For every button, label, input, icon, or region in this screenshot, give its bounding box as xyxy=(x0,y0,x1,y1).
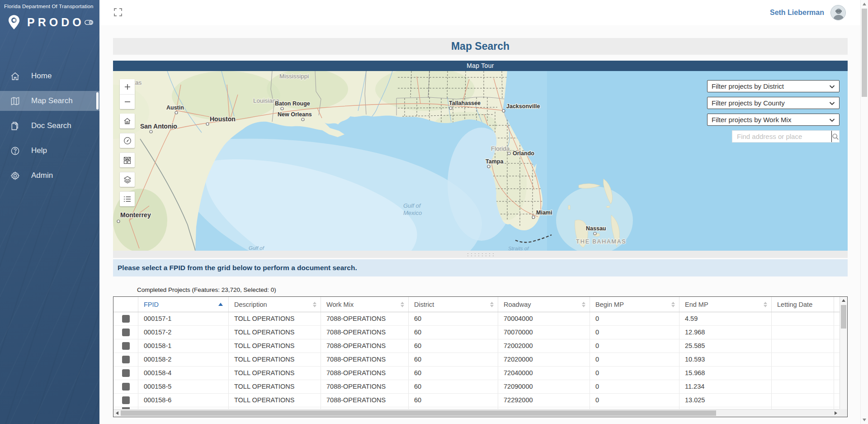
scroll-right-arrow-icon[interactable] xyxy=(835,411,837,415)
column-header-work-mix[interactable]: Work Mix xyxy=(321,297,409,312)
cell-description: TOLL OPERATIONS xyxy=(229,326,321,339)
city-marker xyxy=(532,216,535,219)
cell-roadway: 70004000 xyxy=(498,312,590,325)
row-checkbox[interactable] xyxy=(122,315,130,323)
grid-vertical-scrollbar[interactable] xyxy=(840,297,847,409)
map-resize-handle[interactable] xyxy=(113,251,848,258)
page-scroll-up-icon[interactable] xyxy=(863,3,866,5)
page-scroll-down-icon[interactable] xyxy=(863,419,866,421)
zoom-out-button[interactable] xyxy=(120,94,135,109)
checkbox-cell xyxy=(113,394,138,407)
map-label: Tampa xyxy=(486,158,504,165)
cell-district: 60 xyxy=(409,312,498,325)
table-row[interactable]: 000157-1TOLL OPERATIONS7088-OPERATIONS60… xyxy=(113,312,847,326)
document-icon xyxy=(10,121,20,131)
search-button[interactable] xyxy=(832,131,839,142)
home-extent-button[interactable] xyxy=(120,114,135,129)
column-label: End MP xyxy=(685,301,708,308)
sidebar-item-doc-search[interactable]: Doc Search xyxy=(0,116,99,136)
column-header-fpid[interactable]: FPID xyxy=(138,297,229,312)
column-header-end-mp[interactable]: End MP xyxy=(679,297,772,312)
cell-work-mix: 7088-OPERATIONS xyxy=(321,380,409,393)
sidebar-item-home[interactable]: Home xyxy=(0,66,99,86)
map-label: THE BAHAMAS xyxy=(576,238,627,245)
chevron-down-icon xyxy=(829,82,835,90)
legend-button[interactable] xyxy=(120,191,135,206)
chevron-down-icon xyxy=(829,116,835,124)
column-header-district[interactable]: District xyxy=(409,297,498,312)
cell-letting-date xyxy=(772,326,834,339)
sidebar-item-label: Admin xyxy=(31,171,53,180)
table-row[interactable]: 000158-4TOLL OPERATIONS7088-OPERATIONS60… xyxy=(113,367,847,380)
map-tour-button[interactable]: Map Tour xyxy=(113,61,848,71)
avatar-image xyxy=(831,5,846,20)
map-canvas[interactable]: TexasMississippiLouisianaAustinHoustonSa… xyxy=(113,71,848,251)
city-marker xyxy=(117,220,120,223)
scroll-left-arrow-icon[interactable] xyxy=(116,411,118,415)
map-label: Orlando xyxy=(513,150,534,157)
county-filter-select[interactable]: Filter projects by County xyxy=(707,97,840,109)
map-label: Miami xyxy=(536,210,552,216)
table-row[interactable]: 000158-6TOLL OPERATIONS7088-OPERATIONS60… xyxy=(113,394,847,407)
page-scrollbar[interactable] xyxy=(860,0,868,424)
user-name[interactable]: Seth Lieberman xyxy=(770,9,824,17)
city-marker xyxy=(175,111,178,114)
table-row[interactable]: 000157-2TOLL OPERATIONS7088-OPERATIONS60… xyxy=(113,326,847,339)
cell-roadway: 72040000 xyxy=(498,367,590,380)
resize-dots-icon xyxy=(466,252,495,256)
cell-letting-date xyxy=(772,367,834,380)
grid-horizontal-scrollbar[interactable] xyxy=(113,409,840,417)
checkbox-cell xyxy=(113,339,138,353)
cell-end-mp: 15.968 xyxy=(679,367,772,380)
cell-fpid: 000157-2 xyxy=(138,326,229,339)
column-header-description[interactable]: Description xyxy=(229,297,321,312)
cell-begin-mp: 0 xyxy=(590,353,679,366)
user-avatar[interactable] xyxy=(830,5,846,20)
sort-toggle-icon xyxy=(764,302,767,307)
city-marker xyxy=(302,118,304,121)
cell-roadway: 72020000 xyxy=(498,353,590,366)
row-checkbox[interactable] xyxy=(122,342,130,350)
sidebar-item-help[interactable]: Help xyxy=(0,141,99,161)
sidebar-item-map-search[interactable]: Map Search xyxy=(0,91,99,111)
row-checkbox[interactable] xyxy=(122,369,130,377)
row-checkbox[interactable] xyxy=(122,396,130,404)
row-checkbox[interactable] xyxy=(122,383,130,391)
map-filter-panel: Filter projects by DistrictFilter projec… xyxy=(707,80,840,143)
checkbox-cell xyxy=(113,312,138,325)
workmix-filter-select[interactable]: Filter projects by Work Mix xyxy=(707,114,840,126)
basemap-gallery-button[interactable] xyxy=(120,152,135,167)
visibility-toggle-icon[interactable] xyxy=(85,19,93,26)
page-scroll-thumb[interactable] xyxy=(862,9,867,97)
sort-toggle-icon xyxy=(401,302,404,307)
grid-vscroll-thumb[interactable] xyxy=(841,305,846,329)
column-header-roadway[interactable]: Roadway xyxy=(498,297,590,312)
city-marker xyxy=(150,130,152,133)
cell-description: TOLL OPERATIONS xyxy=(229,312,321,325)
table-row[interactable]: 000158-1TOLL OPERATIONS7088-OPERATIONS60… xyxy=(113,339,847,353)
checkbox-cell xyxy=(113,326,138,339)
sidebar-item-admin[interactable]: Admin xyxy=(0,166,99,186)
column-label: Description xyxy=(234,301,267,308)
filter-select-label: Filter projects by County xyxy=(712,99,785,107)
fullscreen-icon[interactable] xyxy=(113,8,123,17)
district-filter-select[interactable]: Filter projects by District xyxy=(707,80,840,92)
locate-button[interactable] xyxy=(120,133,135,148)
grid-header-row: FPIDDescriptionWork MixDistrictRoadwayBe… xyxy=(113,297,847,312)
grid-hscroll-thumb[interactable] xyxy=(121,410,716,416)
column-header-letting-date[interactable]: Letting Date xyxy=(772,297,834,312)
scroll-up-arrow-icon[interactable] xyxy=(842,299,845,302)
row-checkbox[interactable] xyxy=(122,329,130,336)
layers-button[interactable] xyxy=(120,172,135,187)
cell-description: TOLL OPERATIONS xyxy=(229,353,321,366)
table-row[interactable]: 000158-5TOLL OPERATIONS7088-OPERATIONS60… xyxy=(113,380,847,394)
sidebar-item-label: Help xyxy=(31,146,47,155)
zoom-in-button[interactable] xyxy=(120,79,135,94)
column-header-begin-mp[interactable]: Begin MP xyxy=(590,297,679,312)
map-label: Gulf of xyxy=(249,245,265,251)
app-name: PRODO xyxy=(27,16,85,29)
row-checkbox[interactable] xyxy=(122,356,130,363)
address-search-input[interactable] xyxy=(732,131,831,142)
table-row[interactable]: 000158-2TOLL OPERATIONS7088-OPERATIONS60… xyxy=(113,353,847,367)
map-label: Jacksonville xyxy=(506,103,540,110)
